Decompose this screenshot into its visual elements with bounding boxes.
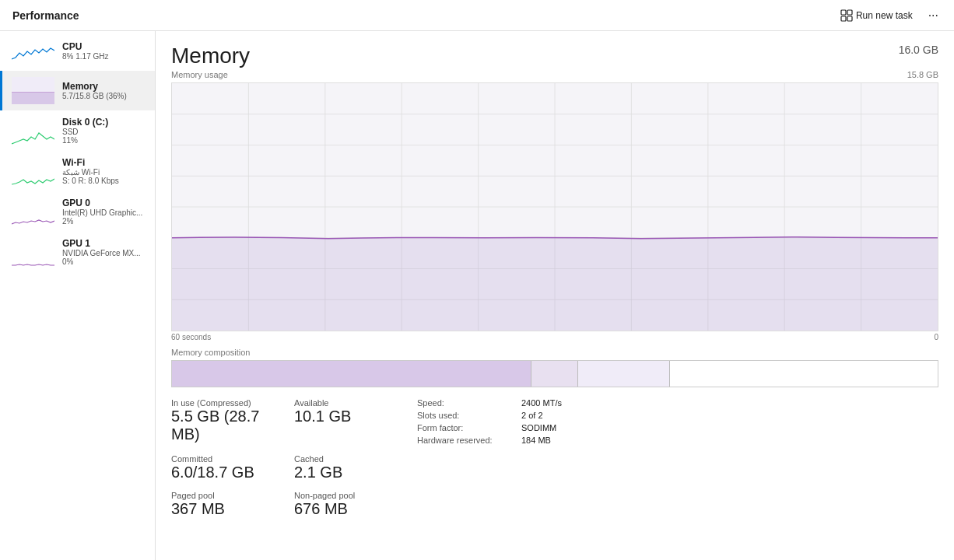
memory-total: 16.0 GB: [899, 44, 938, 56]
memory-sparkline-graph: [12, 77, 54, 104]
right-stats-col1: Speed: 2400 MT/s Slots used: 2 of 2 Form…: [417, 398, 675, 445]
gpu1-sparkline-graph: [12, 239, 54, 266]
svg-rect-1: [847, 10, 852, 15]
chart-label: Memory usage: [171, 70, 228, 79]
stat-committed: Committed 6.0/18.7 GB: [171, 454, 288, 481]
stat-col4-row2-placeholder: [681, 454, 938, 481]
app-header: Performance Run new task ···: [0, 0, 954, 31]
form-factor-row: Form factor: SODIMM: [417, 423, 675, 432]
stat-available: Available 10.1 GB: [294, 398, 411, 445]
disk-sparkline-graph: [12, 117, 54, 145]
committed-value: 6.0/18.7 GB: [171, 464, 288, 481]
gpu0-label: GPU 0: [62, 198, 146, 208]
bar-modified: [531, 361, 577, 387]
content-header: Memory 16.0 GB: [171, 44, 938, 68]
disk0-info: Disk 0 (C:) SSD 11%: [62, 117, 146, 145]
cpu-sub: 8% 1.17 GHz: [62, 52, 146, 61]
sidebar-item-disk0[interactable]: Disk 0 (C:) SSD 11%: [0, 110, 155, 151]
chart-grid-svg: [172, 83, 938, 331]
sidebar: CPU 8% 1.17 GHz Memory 5.7/15.8 GB (36%)…: [0, 31, 156, 560]
cpu-label: CPU: [62, 41, 146, 52]
gpu1-label: GPU 1: [62, 238, 146, 249]
sidebar-item-gpu1[interactable]: GPU 1 NVIDIA GeForce MX... 0%: [0, 232, 155, 272]
stat-col3-row2-placeholder: [417, 454, 675, 481]
chart-bottom-labels: 60 seconds 0: [171, 333, 938, 341]
svg-rect-6: [12, 93, 54, 104]
hw-reserved-row: Hardware reserved: 184 MB: [417, 436, 675, 445]
gpu0-sparkline-graph: [12, 198, 54, 226]
svg-rect-2: [841, 16, 846, 21]
slots-value: 2 of 2: [521, 411, 543, 420]
chart-time-label: 60 seconds: [171, 333, 211, 341]
run-task-button[interactable]: Run new task: [834, 6, 919, 25]
gpu1-sub2: 0%: [62, 257, 146, 266]
stats-grid: In use (Compressed) 5.5 GB (28.7 MB) Ava…: [171, 398, 938, 518]
sidebar-item-gpu0[interactable]: GPU 0 Intel(R) UHD Graphic... 2%: [0, 191, 155, 232]
slots-row: Slots used: 2 of 2: [417, 411, 675, 420]
stat-paged-pool: Paged pool 367 MB: [171, 491, 288, 518]
run-task-label: Run new task: [856, 10, 913, 21]
wifi-label: Wi-Fi: [62, 157, 146, 168]
non-paged-pool-value: 676 MB: [294, 500, 411, 518]
non-paged-pool-label: Non-paged pool: [294, 491, 411, 500]
available-value: 10.1 GB: [294, 408, 411, 425]
bar-inuse: [172, 361, 531, 387]
more-options-button[interactable]: ···: [925, 5, 942, 26]
disk0-sub2: 11%: [62, 136, 146, 145]
speed-label: Speed:: [417, 398, 518, 408]
disk0-sub1: SSD: [62, 128, 146, 136]
memory-sub: 5.7/15.8 GB (36%): [62, 92, 146, 100]
slots-label: Slots used:: [417, 411, 518, 420]
gpu1-info: GPU 1 NVIDIA GeForce MX... 0%: [62, 238, 146, 266]
gpu0-sub1: Intel(R) UHD Graphic...: [62, 208, 146, 217]
sidebar-item-cpu[interactable]: CPU 8% 1.17 GHz: [0, 31, 155, 71]
app-title: Performance: [12, 9, 79, 22]
sidebar-item-memory[interactable]: Memory 5.7/15.8 GB (36%): [0, 71, 155, 110]
disk0-label: Disk 0 (C:): [62, 117, 146, 128]
gpu1-sub1: NVIDIA GeForce MX...: [62, 249, 146, 257]
svg-rect-3: [847, 16, 852, 21]
paged-pool-value: 367 MB: [171, 500, 288, 518]
stat-inuse: In use (Compressed) 5.5 GB (28.7 MB): [171, 398, 288, 445]
header-actions: Run new task ···: [834, 5, 942, 26]
form-factor-value: SODIMM: [521, 423, 556, 432]
form-factor-label: Form factor:: [417, 423, 518, 432]
memory-info: Memory 5.7/15.8 GB (36%): [62, 81, 146, 100]
composition-label: Memory composition: [171, 348, 938, 357]
gpu0-sub2: 2%: [62, 217, 146, 226]
page-title: Memory: [171, 44, 250, 68]
wifi-info: Wi-Fi شبكة Wi-Fi S: 0 R: 8.0 Kbps: [62, 157, 146, 185]
stat-non-paged-pool: Non-paged pool 676 MB: [294, 491, 411, 518]
cpu-sparkline-graph: [12, 37, 54, 65]
content-area: Memory 16.0 GB Memory usage 15.8 GB: [156, 31, 954, 560]
speed-value: 2400 MT/s: [521, 398, 562, 408]
cpu-info: CPU 8% 1.17 GHz: [62, 41, 146, 61]
hw-reserved-label: Hardware reserved:: [417, 436, 518, 445]
wifi-sub2: S: 0 R: 8.0 Kbps: [62, 177, 146, 185]
stat-col4-placeholder: [681, 398, 938, 445]
svg-rect-0: [841, 10, 846, 15]
bar-free: [670, 361, 938, 387]
main-layout: CPU 8% 1.17 GHz Memory 5.7/15.8 GB (36%)…: [0, 31, 954, 560]
memory-label: Memory: [62, 81, 146, 92]
wifi-sub1: شبكة Wi-Fi: [62, 168, 146, 177]
committed-label: Committed: [171, 454, 288, 464]
composition-bar: [171, 360, 938, 387]
bar-standby: [578, 361, 670, 387]
inuse-value: 5.5 GB (28.7 MB): [171, 408, 288, 443]
wifi-sparkline-graph: [12, 158, 54, 185]
gpu0-info: GPU 0 Intel(R) UHD Graphic... 2%: [62, 198, 146, 226]
speed-row: Speed: 2400 MT/s: [417, 398, 675, 408]
sidebar-item-wifi[interactable]: Wi-Fi شبكة Wi-Fi S: 0 R: 8.0 Kbps: [0, 151, 155, 191]
paged-pool-label: Paged pool: [171, 491, 288, 500]
chart-zero-label: 0: [934, 333, 938, 341]
memory-usage-chart: [171, 82, 938, 331]
cached-label: Cached: [294, 454, 411, 464]
run-task-icon: [840, 9, 853, 22]
stat-cached: Cached 2.1 GB: [294, 454, 411, 481]
available-label: Available: [294, 398, 411, 408]
hw-reserved-value: 184 MB: [521, 436, 551, 445]
cached-value: 2.1 GB: [294, 464, 411, 481]
inuse-label: In use (Compressed): [171, 398, 288, 408]
chart-max-label: 15.8 GB: [907, 70, 938, 79]
